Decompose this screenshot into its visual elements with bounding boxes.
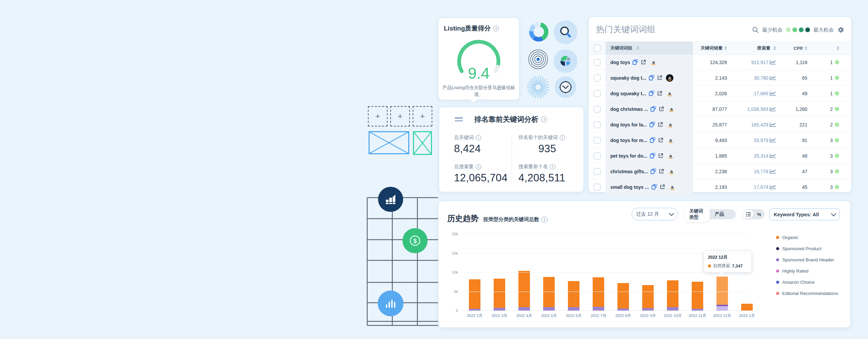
trend-line-icon[interactable]	[770, 76, 776, 80]
table-row[interactable]: dog toys for la...a25,877165,4292212	[589, 117, 851, 133]
table-row[interactable]: dog squeaky t...a2,02617,665491	[589, 86, 851, 101]
stacked-bar[interactable]	[543, 277, 555, 311]
search-volume-value[interactable]: 17,674	[754, 184, 768, 190]
trend-line-icon[interactable]	[770, 154, 776, 158]
trend-line-icon[interactable]	[770, 169, 776, 174]
view-mode-toggle[interactable]: %	[743, 209, 765, 219]
column-header-sales[interactable]: 关键词销量	[693, 45, 727, 51]
legend-item[interactable]: Sponsored Product	[776, 246, 838, 251]
drag-handle-icon[interactable]	[455, 117, 463, 121]
stacked-bar[interactable]	[741, 304, 753, 311]
search-volume-value[interactable]: 18,778	[754, 169, 768, 174]
amazon-badge[interactable]: a	[668, 168, 675, 175]
legend-item[interactable]: Organic	[776, 235, 838, 240]
stacked-bar[interactable]	[494, 279, 505, 311]
search-volume-value[interactable]: 17,665	[754, 91, 768, 96]
trend-line-icon[interactable]	[770, 185, 776, 190]
row-checkbox[interactable]	[594, 184, 600, 191]
date-range-dropdown[interactable]: 过去 12 月	[632, 208, 678, 220]
external-link-icon[interactable]	[658, 168, 664, 174]
table-row[interactable]: dog christmas ...a87,0771,038,5831,2602	[589, 101, 851, 117]
trend-line-icon[interactable]	[770, 122, 776, 127]
info-icon[interactable]: i	[560, 135, 565, 140]
copy-icon[interactable]	[649, 91, 654, 96]
column-header-keyword[interactable]: 关键词词组	[606, 42, 693, 55]
info-icon[interactable]: i	[476, 164, 481, 170]
stacked-bar[interactable]	[518, 271, 530, 311]
copy-icon[interactable]	[632, 59, 638, 65]
external-link-icon[interactable]	[659, 184, 665, 190]
search-volume-value[interactable]: 30,780	[754, 75, 768, 81]
external-link-icon[interactable]	[657, 91, 663, 96]
row-checkbox[interactable]	[594, 59, 600, 66]
trend-line-icon[interactable]	[770, 91, 776, 96]
stacked-bar[interactable]	[716, 277, 728, 311]
amazon-badge[interactable]: a	[650, 59, 657, 66]
trend-line-icon[interactable]	[770, 107, 776, 112]
copy-icon[interactable]	[649, 75, 654, 81]
toggle-option-product[interactable]: 产品	[710, 209, 735, 219]
copy-icon[interactable]	[650, 168, 656, 174]
search-icon[interactable]	[752, 26, 759, 33]
row-checkbox[interactable]	[594, 106, 600, 113]
search-volume-value[interactable]: 20,314	[754, 153, 768, 159]
gear-icon[interactable]	[837, 26, 844, 33]
row-checkbox[interactable]	[594, 75, 600, 81]
external-link-icon[interactable]	[657, 75, 663, 81]
info-icon[interactable]: i	[476, 135, 481, 140]
amazon-badge[interactable]: a	[668, 105, 675, 113]
amazon-badge[interactable]: a	[667, 121, 674, 128]
stacked-bar[interactable]	[593, 277, 604, 311]
trend-line-icon[interactable]	[770, 138, 776, 143]
stacked-bar[interactable]	[692, 282, 703, 311]
row-checkbox[interactable]	[594, 90, 600, 97]
external-link-icon[interactable]	[640, 59, 646, 65]
copy-icon[interactable]	[650, 153, 655, 159]
copy-icon[interactable]	[651, 184, 657, 190]
search-volume-value[interactable]: 1,038,583	[747, 106, 768, 112]
stacked-bar[interactable]	[469, 279, 480, 311]
external-link-icon[interactable]	[658, 153, 664, 159]
table-row[interactable]: dog toys for m...a9,49355,979913	[589, 133, 851, 148]
stacked-bar[interactable]	[642, 285, 654, 311]
row-checkbox[interactable]	[594, 137, 600, 144]
row-checkbox[interactable]	[594, 168, 600, 175]
legend-item[interactable]: Sponsored Brand Header	[776, 257, 838, 262]
external-link-icon[interactable]	[657, 122, 663, 127]
copy-icon[interactable]	[649, 122, 655, 127]
copy-icon[interactable]	[650, 106, 656, 112]
trend-line-icon[interactable]	[770, 60, 776, 65]
column-header-cpr[interactable]: CPR	[776, 46, 807, 51]
column-header-searches[interactable]: 搜索量	[727, 45, 776, 51]
list-view-icon[interactable]	[743, 210, 754, 219]
amazon-badge[interactable]: a	[667, 152, 674, 160]
percent-view-icon[interactable]: %	[754, 210, 765, 219]
toggle-option-keyword-type[interactable]: 关键词类型	[685, 206, 710, 222]
external-link-icon[interactable]	[658, 137, 664, 143]
table-row[interactable]: small dog toys ...a2,19317,674453	[589, 179, 851, 195]
amazon-badge[interactable]: a	[666, 90, 673, 97]
amazon-badge[interactable]: a	[669, 183, 676, 191]
select-all-checkbox[interactable]	[594, 45, 600, 52]
search-volume-value[interactable]: 165,429	[751, 122, 768, 127]
search-volume-value[interactable]: 912,917	[751, 60, 768, 65]
search-volume-value[interactable]: 55,979	[754, 138, 768, 143]
table-row[interactable]: dog toysa124,328912,9171,1181	[589, 55, 851, 70]
table-row[interactable]: pet toys for do...a1,88520,314483	[589, 148, 851, 164]
keyword-type-toggle[interactable]: 关键词类型 产品	[685, 209, 736, 219]
row-checkbox[interactable]	[594, 153, 600, 159]
legend-item[interactable]: Editorial Recommendations	[776, 291, 838, 296]
table-row[interactable]: squeaky dog t...a2,14330,780651	[589, 70, 851, 86]
info-icon[interactable]: i	[541, 217, 548, 223]
info-icon[interactable]: i	[541, 116, 547, 122]
stacked-bar[interactable]	[617, 283, 629, 311]
info-icon[interactable]: i	[493, 25, 499, 32]
info-icon[interactable]: i	[550, 164, 555, 170]
stacked-bar[interactable]	[568, 281, 579, 311]
copy-icon[interactable]	[650, 137, 655, 143]
amazon-badge[interactable]: a	[666, 74, 673, 82]
keyword-types-dropdown[interactable]: Keyword Types: All	[769, 208, 840, 220]
external-link-icon[interactable]	[658, 106, 664, 112]
table-row[interactable]: christmas gifts...a2,23818,778473	[589, 164, 851, 179]
amazon-badge[interactable]: a	[667, 137, 674, 144]
